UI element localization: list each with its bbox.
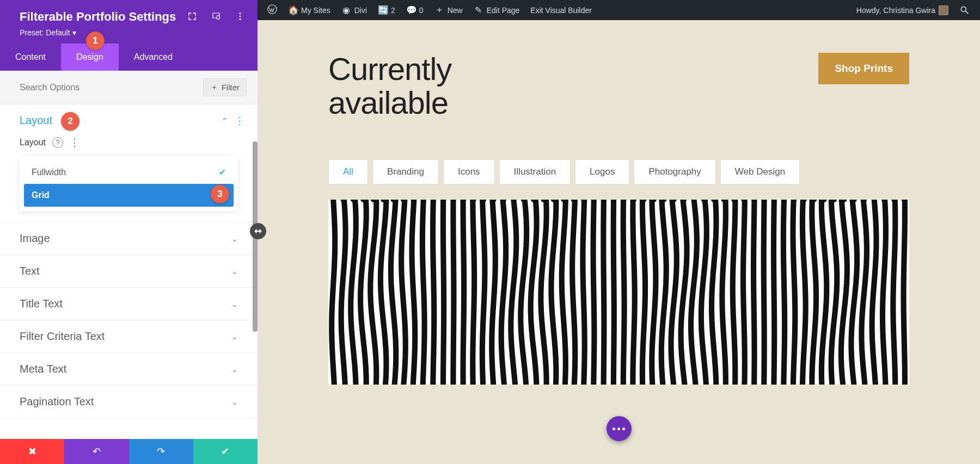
- search-row: ＋Filter: [0, 71, 258, 104]
- check-icon: ✔: [219, 167, 226, 177]
- layout-options: Fullwidth ✔ Grid 3: [20, 156, 238, 211]
- tab-content[interactable]: Content: [0, 44, 61, 71]
- section-title-title-text: Title Text: [20, 298, 231, 310]
- plus-icon: ＋: [210, 82, 218, 92]
- section-text: Text ⌄: [0, 255, 258, 288]
- wp-admin-bar: 🏠My Sites ◉Divi 🔄2 💬0 ＋New ✎Edit Page Ex…: [258, 0, 980, 20]
- section-pagination-text: Pagination Text ⌄: [0, 386, 258, 418]
- kebab-menu-icon[interactable]: [235, 11, 246, 22]
- chevron-up-icon: ⌃: [222, 116, 228, 125]
- filter-all[interactable]: All: [328, 159, 368, 184]
- undo-button[interactable]: ↶: [64, 439, 128, 464]
- exit-builder-label: Exit Visual Builder: [530, 6, 592, 15]
- section-head-image[interactable]: Image ⌄: [0, 222, 258, 255]
- cancel-button[interactable]: ✖: [0, 439, 64, 464]
- section-title-text: Title Text ⌄: [0, 288, 258, 320]
- portfolio-item-image[interactable]: [328, 200, 909, 385]
- section-menu-icon[interactable]: ⋮: [235, 115, 244, 127]
- my-sites-link[interactable]: 🏠My Sites: [283, 0, 336, 20]
- divi-link[interactable]: ◉Divi: [336, 0, 372, 20]
- fab-dot: [617, 428, 620, 430]
- section-filter-criteria: Filter Criteria Text ⌄: [0, 320, 258, 353]
- my-sites-label: My Sites: [301, 6, 330, 15]
- option-fullwidth[interactable]: Fullwidth ✔: [24, 160, 234, 184]
- panel-body: ＋Filter Layout ⌃ ⋮ 2 Layout ? ⋮ Fullwidt…: [0, 71, 258, 439]
- section-image: Image ⌄: [0, 222, 258, 255]
- filter-logos[interactable]: Logos: [575, 159, 629, 184]
- updates-count: 2: [391, 6, 395, 15]
- field-menu-icon[interactable]: ⋮: [70, 137, 79, 149]
- redo-button[interactable]: ↷: [129, 439, 193, 464]
- chevron-down-icon: ⌄: [231, 300, 238, 308]
- updates-link[interactable]: 🔄2: [372, 0, 401, 20]
- chevron-down-icon: ▾: [72, 28, 76, 37]
- filter-button[interactable]: ＋Filter: [203, 78, 247, 96]
- filter-icons[interactable]: Icons: [443, 159, 495, 184]
- howdy-label: Howdy, Christina Gwira: [856, 6, 935, 15]
- avatar: [939, 5, 948, 15]
- heading-line-2: available: [328, 85, 448, 120]
- preset-label: Preset: Default: [20, 28, 70, 37]
- responsive-icon[interactable]: [211, 11, 222, 22]
- svg-rect-2: [217, 16, 220, 20]
- filter-photography[interactable]: Photography: [634, 159, 715, 184]
- save-button[interactable]: ✔: [193, 439, 258, 464]
- section-title-image: Image: [20, 232, 231, 245]
- section-head-layout[interactable]: Layout ⌃ ⋮ 2: [0, 104, 258, 137]
- panel-tabs: Content Design Advanced: [0, 44, 258, 71]
- filter-web-design[interactable]: Web Design: [720, 159, 800, 184]
- panel-resize-handle[interactable]: [250, 223, 266, 239]
- section-title-filter-criteria: Filter Criteria Text: [20, 330, 231, 343]
- filter-button-label: Filter: [222, 83, 240, 92]
- section-title-meta-text: Meta Text: [20, 363, 231, 375]
- filter-branding[interactable]: Branding: [372, 159, 439, 184]
- edit-page-link[interactable]: ✎Edit Page: [468, 0, 525, 20]
- divi-label: Divi: [354, 6, 367, 15]
- edit-page-label: Edit Page: [487, 6, 520, 15]
- expand-icon[interactable]: [187, 11, 198, 22]
- exit-builder-link[interactable]: Exit Visual Builder: [525, 0, 597, 20]
- panel-actions: ✖ ↶ ↷ ✔: [0, 439, 258, 464]
- annotation-badge-1: 1: [86, 32, 105, 50]
- option-grid-label: Grid: [32, 190, 50, 200]
- search-input[interactable]: [20, 83, 203, 92]
- option-fullwidth-label: Fullwidth: [32, 168, 66, 177]
- section-title-pagination-text: Pagination Text: [20, 395, 231, 408]
- section-body-layout: Layout ? ⋮ Fullwidth ✔ Grid 3: [0, 137, 258, 222]
- page-preview: Currently available Shop Prints All Bran…: [258, 20, 980, 464]
- new-label: New: [448, 6, 463, 15]
- section-head-pagination-text[interactable]: Pagination Text ⌄: [0, 386, 258, 418]
- comments-count: 0: [419, 6, 424, 15]
- new-link[interactable]: ＋New: [429, 0, 468, 20]
- section-head-meta-text[interactable]: Meta Text ⌄: [0, 353, 258, 385]
- svg-point-3: [240, 13, 241, 14]
- chevron-down-icon: ⌄: [231, 234, 238, 243]
- shop-prints-button[interactable]: Shop Prints: [818, 53, 909, 84]
- option-grid[interactable]: Grid 3: [24, 184, 234, 207]
- stripes-pattern: [328, 200, 909, 385]
- comments-link[interactable]: 💬0: [401, 0, 429, 20]
- section-head-title-text[interactable]: Title Text ⌄: [0, 288, 258, 320]
- howdy-user[interactable]: Howdy, Christina Gwira: [851, 5, 954, 15]
- annotation-badge-2: 2: [61, 112, 79, 131]
- section-title-layout: Layout: [20, 114, 222, 127]
- section-head-filter-criteria[interactable]: Filter Criteria Text ⌄: [0, 320, 258, 352]
- annotation-badge-3: 3: [211, 185, 229, 203]
- svg-point-4: [240, 16, 241, 17]
- tab-advanced[interactable]: Advanced: [119, 44, 188, 71]
- portfolio-filters: All Branding Icons Illustration Logos Ph…: [328, 159, 909, 184]
- chevron-down-icon: ⌄: [231, 398, 238, 406]
- preset-selector[interactable]: Preset: Default ▾: [20, 28, 244, 37]
- help-icon[interactable]: ?: [52, 137, 63, 148]
- section-title-text: Text: [20, 265, 231, 277]
- section-head-text[interactable]: Text ⌄: [0, 255, 258, 287]
- heading-line-1: Currently: [328, 51, 451, 86]
- layout-label-text: Layout: [20, 138, 46, 147]
- layout-field-label: Layout ? ⋮: [20, 137, 238, 149]
- search-icon[interactable]: [954, 5, 976, 16]
- builder-fab[interactable]: [607, 416, 632, 441]
- wp-logo[interactable]: [262, 0, 283, 20]
- filter-illustration[interactable]: Illustration: [499, 159, 571, 184]
- fab-dot: [612, 428, 615, 430]
- chevron-down-icon: ⌄: [231, 365, 238, 374]
